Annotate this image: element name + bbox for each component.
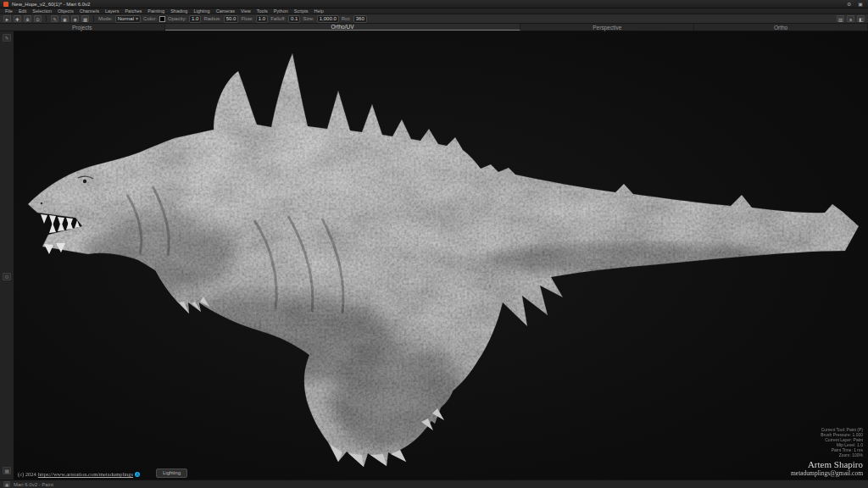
- menu-help[interactable]: Help: [314, 8, 324, 14]
- toolbar-separator: [93, 15, 94, 22]
- menu-file[interactable]: File: [5, 8, 13, 14]
- chevron-down-icon: ▾: [136, 16, 138, 22]
- menu-layers[interactable]: Layers: [105, 8, 120, 14]
- paint-toolbar: ► ✚ ⊕ ⊙ ✎ ◉ ◈ ▦ Mode: Normal ▾ Color: Op…: [0, 14, 868, 24]
- pivot-icon[interactable]: ⊙: [3, 273, 11, 280]
- menu-painting[interactable]: Painting: [147, 8, 164, 14]
- lighting-button[interactable]: Lighting: [156, 469, 187, 478]
- radius-input[interactable]: 50.0: [224, 15, 239, 23]
- rotate-tool-icon[interactable]: ⊙: [34, 15, 42, 22]
- title-bar: New_Hope_v2_60(1)* - Mari 6.0v2 ⚙ ▣: [0, 0, 868, 8]
- hud-line: Zoom: 100%: [791, 452, 863, 458]
- move-tool-icon[interactable]: ✚: [14, 15, 21, 22]
- flow-input[interactable]: 1.0: [256, 15, 268, 23]
- copyright-prefix: (c) 2024: [18, 471, 36, 477]
- brush-palette-icon[interactable]: ✎: [3, 34, 11, 42]
- toolbar-separator: [46, 15, 47, 22]
- status-bar: ▣ Mari 6.0v2 - Paint: [0, 480, 868, 488]
- rotation-input[interactable]: 360: [353, 15, 367, 23]
- tab-projects[interactable]: Projects: [0, 24, 165, 30]
- split-view-icon[interactable]: ◧: [857, 15, 865, 22]
- settings-icon[interactable]: ⚙: [845, 1, 853, 7]
- falloff-label: Falloff:: [270, 16, 286, 21]
- 3d-viewport[interactable]: Lighting (c) 2024 https://www.artstation…: [14, 31, 868, 480]
- viewport-corner-info: Current Tool: Paint (P) Brush Pressure: …: [791, 427, 863, 477]
- maximize-icon[interactable]: ▣: [856, 1, 865, 7]
- opacity-label: Opacity:: [168, 16, 186, 21]
- menu-edit[interactable]: Edit: [19, 8, 26, 14]
- menu-channels[interactable]: Channels: [80, 8, 99, 14]
- canvas-tabs: Projects Ortho/UV Perspective Ortho: [0, 24, 868, 31]
- creature-nostril: [41, 202, 42, 204]
- left-tool-strip: ✎ ⊙ ▦: [0, 31, 14, 480]
- hud-readout: Current Tool: Paint (P) Brush Pressure: …: [791, 427, 863, 458]
- artist-name: Artem Shapiro: [791, 459, 863, 469]
- artstation-link[interactable]: https://www.artstation.com/metadumplings: [38, 471, 133, 477]
- creature-eye: [83, 180, 86, 183]
- menu-lighting[interactable]: Lighting: [193, 8, 209, 14]
- size-input[interactable]: 1,000.0: [317, 15, 339, 23]
- menu-patches[interactable]: Patches: [125, 8, 142, 14]
- falloff-input[interactable]: 0.1: [288, 15, 300, 23]
- artstation-icon: A: [135, 472, 140, 477]
- mode-dropdown[interactable]: Normal ▾: [115, 15, 141, 23]
- mari-logo-icon: [3, 2, 8, 7]
- rotation-label: Rot:: [342, 16, 351, 21]
- eraser-tool-icon[interactable]: ◉: [61, 15, 69, 22]
- panel-grid-icon[interactable]: ▣: [3, 481, 10, 487]
- menu-shading[interactable]: Shading: [170, 8, 187, 14]
- zoom-tool-icon[interactable]: ⊕: [24, 15, 31, 22]
- menu-objects[interactable]: Objects: [58, 8, 74, 14]
- menu-python[interactable]: Python: [274, 8, 288, 14]
- copyright-watermark: (c) 2024 https://www.artstation.com/meta…: [18, 471, 140, 477]
- opacity-input[interactable]: 1.0: [189, 15, 201, 23]
- radius-label: Radius:: [203, 16, 220, 21]
- viewport-canvas[interactable]: [14, 31, 868, 480]
- color-label: Color:: [143, 16, 157, 21]
- menu-scripts[interactable]: Scripts: [294, 8, 309, 14]
- mode-label: Mode:: [98, 16, 113, 21]
- menu-tools[interactable]: Tools: [257, 8, 268, 14]
- mode-value: Normal: [118, 16, 134, 22]
- menu-bar: File Edit Selection Objects Channels Lay…: [0, 8, 868, 14]
- layers-panel-icon[interactable]: ≡: [847, 15, 854, 22]
- menu-selection[interactable]: Selection: [32, 8, 52, 14]
- artist-email: metadumplings@gmail.com: [791, 469, 863, 477]
- tab-perspective[interactable]: Perspective: [520, 24, 694, 30]
- tab-ortho[interactable]: Ortho: [694, 24, 868, 30]
- flow-label: Flow:: [241, 16, 253, 21]
- fill-tool-icon[interactable]: ▦: [81, 15, 89, 22]
- window-title: New_Hope_v2_60(1)* - Mari 6.0v2: [12, 2, 90, 7]
- size-label: Size:: [303, 16, 314, 21]
- select-tool-icon[interactable]: ►: [3, 15, 11, 22]
- paint-brush-icon[interactable]: ✎: [51, 15, 58, 22]
- menu-view[interactable]: View: [241, 8, 251, 14]
- clone-tool-icon[interactable]: ◈: [71, 15, 79, 22]
- panel-toggle-icon[interactable]: ▦: [3, 467, 11, 474]
- grid-view-icon[interactable]: ▤: [837, 15, 844, 22]
- tab-ortho-uv[interactable]: Ortho/UV: [165, 24, 521, 30]
- color-swatch[interactable]: [159, 16, 165, 22]
- menu-cameras[interactable]: Cameras: [216, 8, 235, 14]
- status-text: Mari 6.0v2 - Paint: [14, 482, 53, 487]
